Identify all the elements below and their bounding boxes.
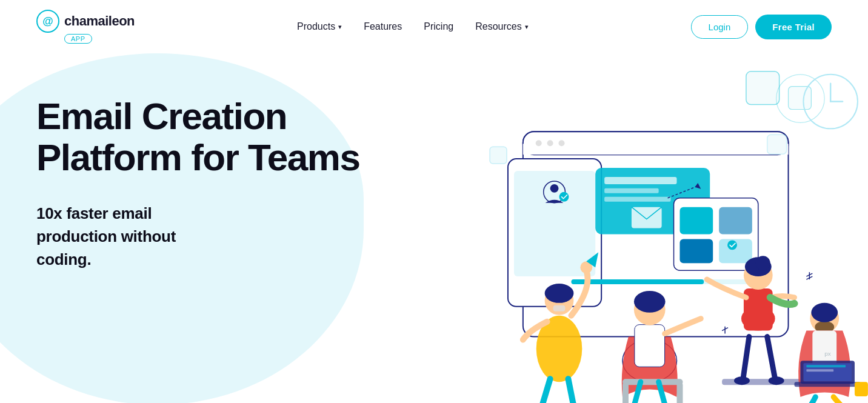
svg-rect-1 [789,87,812,110]
svg-rect-70 [806,369,833,371]
hero-illustration: px [371,53,868,403]
svg-point-36 [545,284,574,303]
svg-rect-48 [677,382,683,403]
products-chevron-icon: ▾ [338,23,342,31]
logo-badge: APP [64,34,92,44]
login-button[interactable]: Login [691,15,749,39]
svg-rect-26 [679,239,713,263]
nav-resources[interactable]: Resources ▾ [475,21,528,32]
svg-point-45 [634,291,666,313]
logo-at-icon: @ [36,10,59,33]
svg-rect-32 [490,147,507,164]
hero-subtitle: 10x faster emailproduction withoutcoding… [36,202,388,271]
svg-rect-20 [604,197,670,202]
logo-area[interactable]: @ chamaileon APP [36,10,135,44]
svg-rect-30 [571,279,704,284]
svg-rect-33 [767,135,787,154]
resources-chevron-icon: ▾ [525,23,529,31]
logo-main: @ chamaileon [36,10,135,33]
free-trial-button[interactable]: Free Trial [755,15,832,39]
header: @ chamaileon APP Products ▾ Features Pri… [0,0,868,53]
hero-title: Email Creation Platform for Teams [36,96,388,178]
svg-rect-0 [746,72,780,105]
svg-rect-25 [719,207,752,235]
svg-rect-46 [623,379,683,385]
nav-buttons: Login Free Trial [691,15,832,39]
svg-rect-40 [553,305,566,311]
svg-rect-47 [623,382,629,403]
nav-products[interactable]: Products ▾ [297,21,342,32]
svg-point-28 [727,240,737,250]
svg-rect-43 [635,325,665,367]
svg-rect-61 [722,379,800,385]
main-nav: Products ▾ Features Pricing Resources ▾ [297,21,529,32]
svg-point-16 [559,192,569,202]
svg-rect-71 [855,382,868,396]
logo-name: chamaileon [64,13,135,29]
nav-features[interactable]: Features [364,21,402,32]
svg-point-15 [550,184,559,193]
svg-point-11 [559,140,565,146]
svg-point-10 [547,140,553,146]
hero-text: Email Creation Platform for Teams 10x fa… [36,65,388,271]
svg-rect-24 [679,207,713,235]
svg-point-58 [756,256,770,270]
hero-section: Email Creation Platform for Teams 10x fa… [0,53,868,403]
nav-pricing[interactable]: Pricing [424,21,453,32]
svg-rect-18 [604,177,676,184]
svg-point-64 [811,303,838,322]
svg-text:px: px [824,350,831,357]
svg-rect-69 [806,365,846,367]
svg-rect-19 [604,188,659,193]
svg-point-9 [536,140,542,146]
